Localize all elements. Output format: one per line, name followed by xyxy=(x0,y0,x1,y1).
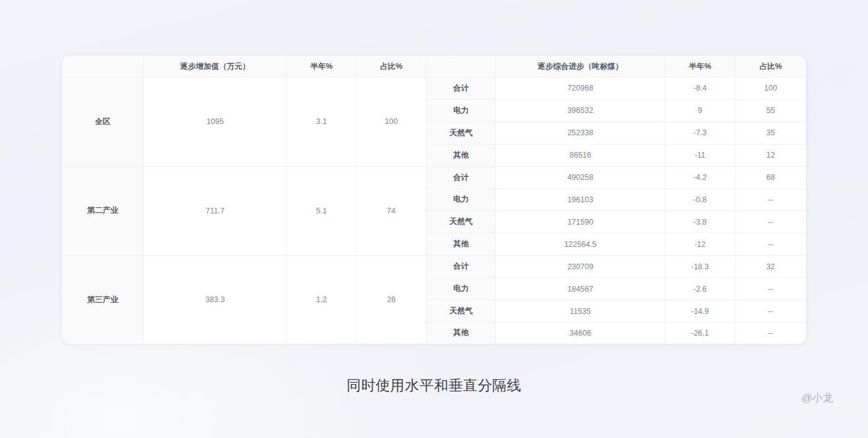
group-label-cell: 第二产业 xyxy=(62,167,144,256)
share-cell: 32 xyxy=(735,256,806,278)
energy-cell: 252338 xyxy=(496,122,665,145)
data-table-card: 逐步增加值（万元） 半年% 占比% 逐步综合进步（吨标煤） 半年% 占比% 全区… xyxy=(62,56,806,344)
share-cell: 55 xyxy=(735,100,806,122)
halfyear-cell: -2.6 xyxy=(665,278,735,300)
halfyear-cell: 9 xyxy=(665,100,735,122)
energy-cell: 86516 xyxy=(496,145,665,167)
halfyear-cell: -26.1 xyxy=(665,323,735,344)
header-half-year-right: 半年% xyxy=(665,56,735,78)
group-share-cell: 26 xyxy=(356,256,427,344)
energy-data-table: 逐步增加值（万元） 半年% 占比% 逐步综合进步（吨标煤） 半年% 占比% 全区… xyxy=(62,56,806,344)
group-halfyear-cell: 3.1 xyxy=(287,78,356,167)
sub-label-cell: 合计 xyxy=(427,78,496,100)
energy-cell: 230709 xyxy=(496,256,665,278)
halfyear-cell: -12 xyxy=(665,233,735,256)
energy-cell: 720968 xyxy=(496,78,665,100)
share-cell: -- xyxy=(735,323,806,344)
share-cell: 68 xyxy=(735,167,806,189)
halfyear-cell: -4.2 xyxy=(665,167,735,189)
group-value-cell: 711.7 xyxy=(144,167,287,256)
sub-label-cell: 天然气 xyxy=(427,211,496,233)
header-energy-progress: 逐步综合进步（吨标煤） xyxy=(496,56,665,78)
group-share-cell: 100 xyxy=(356,78,427,167)
group-halfyear-cell: 5.1 xyxy=(287,167,356,256)
sub-label-cell: 电力 xyxy=(427,278,496,300)
sub-label-cell: 合计 xyxy=(427,256,496,278)
halfyear-cell: -0.8 xyxy=(665,189,735,212)
header-corner-mid xyxy=(427,56,496,78)
energy-cell: 171590 xyxy=(496,211,665,233)
halfyear-cell: -11 xyxy=(665,145,735,167)
energy-cell: 34606 xyxy=(496,323,665,344)
group-value-cell: 383.3 xyxy=(144,256,287,344)
header-share-left: 占比% xyxy=(356,56,427,78)
sub-label-cell: 其他 xyxy=(427,145,496,167)
group-halfyear-cell: 1.2 xyxy=(287,256,356,344)
header-share-right: 占比% xyxy=(735,56,806,78)
energy-cell: 490258 xyxy=(496,167,665,189)
sub-label-cell: 电力 xyxy=(427,100,496,122)
table-row: 第二产业 711.7 5.1 74 合计 490258 -4.2 68 xyxy=(62,167,806,189)
energy-cell: 196103 xyxy=(496,189,665,212)
share-cell: -- xyxy=(735,233,806,256)
sub-label-cell: 电力 xyxy=(427,189,496,212)
energy-cell: 11535 xyxy=(496,300,665,323)
halfyear-cell: -8.4 xyxy=(665,78,735,100)
halfyear-cell: -3.8 xyxy=(665,211,735,233)
header-corner-left xyxy=(62,56,144,78)
table-row: 第三产业 383.3 1.2 26 合计 230709 -18.3 32 xyxy=(62,256,806,278)
energy-cell: 396532 xyxy=(496,100,665,122)
share-cell: -- xyxy=(735,211,806,233)
share-cell: -- xyxy=(735,189,806,212)
group-share-cell: 74 xyxy=(356,167,427,256)
watermark: @小龙 xyxy=(802,391,833,405)
table-row: 全区 1095 3.1 100 合计 720968 -8.4 100 xyxy=(62,78,806,100)
share-cell: -- xyxy=(735,300,806,323)
share-cell: 35 xyxy=(735,122,806,145)
sub-label-cell: 其他 xyxy=(427,233,496,256)
halfyear-cell: -18.3 xyxy=(665,256,735,278)
energy-cell: 184567 xyxy=(496,278,665,300)
sub-label-cell: 天然气 xyxy=(427,300,496,323)
sub-label-cell: 合计 xyxy=(427,167,496,189)
share-cell: 100 xyxy=(735,78,806,100)
halfyear-cell: -7.3 xyxy=(665,122,735,145)
halfyear-cell: -14.9 xyxy=(665,300,735,323)
energy-cell: 122564.5 xyxy=(496,233,665,256)
page-caption: 同时使用水平和垂直分隔线 xyxy=(0,376,868,395)
group-label-cell: 第三产业 xyxy=(62,256,144,344)
share-cell: 12 xyxy=(735,145,806,167)
header-row: 逐步增加值（万元） 半年% 占比% 逐步综合进步（吨标煤） 半年% 占比% xyxy=(62,56,806,78)
group-value-cell: 1095 xyxy=(144,78,287,167)
sub-label-cell: 天然气 xyxy=(427,122,496,145)
header-added-value: 逐步增加值（万元） xyxy=(144,56,287,78)
sub-label-cell: 其他 xyxy=(427,323,496,344)
header-half-year-left: 半年% xyxy=(287,56,356,78)
share-cell: -- xyxy=(735,278,806,300)
group-label-cell: 全区 xyxy=(62,78,144,167)
